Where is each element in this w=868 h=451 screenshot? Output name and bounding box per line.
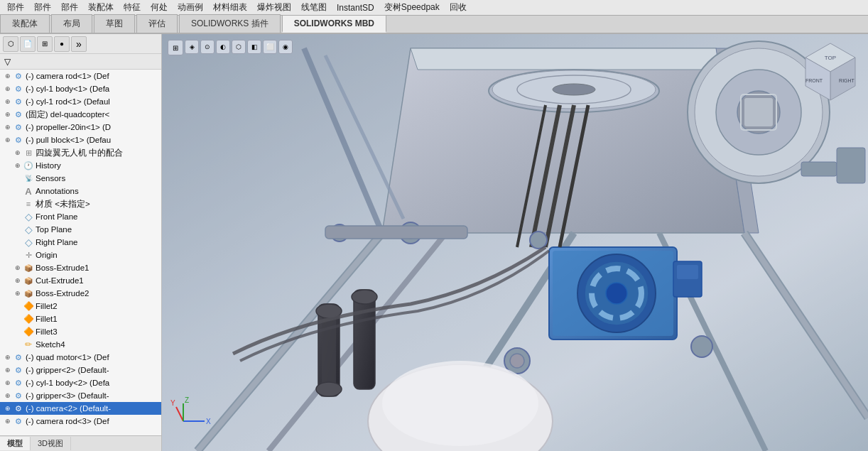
tree-item-cyl1-body2[interactable]: ⊕ ⚙ (-) cyl-1 body<2> (Defa (0, 376, 161, 389)
tool-icon-hex[interactable]: ⬡ (3, 36, 18, 52)
expand-camera2[interactable]: ⊕ (3, 403, 13, 413)
expand-fillet1[interactable] (13, 314, 23, 324)
expand-front-plane[interactable] (13, 212, 23, 222)
expand-origin[interactable] (13, 250, 23, 260)
vp-icon-2[interactable]: ◈ (185, 40, 199, 54)
expand-assembly-mates[interactable]: ⊕ (13, 148, 23, 158)
menu-material[interactable]: 材料细表 (209, 0, 251, 15)
menu-parts3[interactable]: 部件 (57, 0, 82, 15)
label-fillet1: Fillet1 (36, 315, 58, 323)
vp-icon-1[interactable]: ⊞ (168, 40, 183, 55)
tree-item-propeller[interactable]: ⊕ ⚙ (-) propeller-20in<1> (D (0, 121, 161, 134)
vp-icon-6[interactable]: ◧ (247, 40, 261, 54)
tree-item-pull-block[interactable]: ⊕ ⚙ (-) pull block<1> (Defau (0, 134, 161, 146)
expand-right-plane[interactable] (13, 237, 23, 247)
menu-feature[interactable]: 特征 (119, 0, 145, 15)
menu-instantsd[interactable]: InstantSD (332, 1, 379, 14)
tree-item-cyl1-rod[interactable]: ⊕ ⚙ (-) cyl-1 rod<1> (Defaul (0, 95, 161, 108)
tree-item-gripper2[interactable]: ⊕ ⚙ (-) gripper<2> (Default- (0, 364, 161, 376)
expand-material[interactable] (13, 199, 23, 209)
tree-item-camera-rod[interactable]: ⊕ ⚙ (-) camera rod<1> (Def (0, 70, 161, 82)
menu-where[interactable]: 何处 (146, 0, 172, 15)
expand-history[interactable]: ⊕ (13, 161, 23, 170)
menu-speedpak[interactable]: 变树Speedpak (380, 0, 444, 15)
tree-item-material[interactable]: ≡ 材质 <未指定> (0, 197, 161, 210)
tree-item-camera-rod3[interactable]: ⊕ ⚙ (-) camera rod<3> (Def (0, 415, 161, 428)
vp-icon-5[interactable]: ⬡ (232, 40, 246, 54)
tree-item-fillet3[interactable]: 🔶 Fillet3 (0, 325, 161, 338)
expand-fillet3[interactable] (13, 327, 23, 337)
icon-material: ≡ (23, 198, 34, 210)
vp-icon-7[interactable]: ⬜ (263, 40, 277, 54)
expand-fillet2[interactable] (13, 301, 23, 311)
tree-item-origin[interactable]: ✛ Origin (0, 249, 161, 261)
vp-icon-4[interactable]: ◐ (216, 40, 230, 54)
expand-sketch4[interactable] (13, 339, 23, 349)
tree-item-sensors[interactable]: 📡 Sensors (0, 172, 161, 185)
viewport-toolbar: ⊞ ◈ ⊙ ◐ ⬡ ◧ ⬜ ◉ (168, 40, 293, 55)
tree-item-history[interactable]: ⊕ 🕐 History (0, 159, 161, 172)
expand-pull-block[interactable]: ⊕ (3, 135, 13, 145)
tool-icon-clipboard[interactable]: 📄 (20, 36, 36, 52)
tree-item-cyl1-body[interactable]: ⊕ ⚙ (-) cyl-1 body<1> (Defa (0, 82, 161, 95)
tree-item-cut-extrude1[interactable]: ⊕ 📦 Cut-Extrude1 (0, 274, 161, 287)
tree-item-assembly-mates[interactable]: ⊕ ⊞ 四旋翼无人机 中的配合 (0, 146, 161, 159)
expand-top-plane[interactable] (13, 224, 23, 234)
expand-boss-extrude1[interactable]: ⊕ (13, 263, 23, 273)
label-cyl1-body: (-) cyl-1 body<1> (Defa (26, 85, 109, 93)
expand-propeller[interactable]: ⊕ (3, 122, 13, 132)
tree-item-fillet2[interactable]: 🔶 Fillet2 (0, 300, 161, 313)
tree-item-quad-motor[interactable]: ⊕ ⚙ (-) quad motor<1> (Def (0, 351, 161, 364)
tab-sw-mbd[interactable]: SOLIDWORKS MBD (282, 15, 386, 33)
menu-recycle[interactable]: 回收 (445, 0, 471, 15)
menu-animation[interactable]: 动画例 (173, 0, 207, 15)
tab-layout[interactable]: 布局 (51, 14, 92, 33)
expand-annotations[interactable] (13, 186, 23, 196)
tab-evaluate[interactable]: 评估 (136, 14, 178, 33)
expand-quad-motor[interactable]: ⊕ (3, 352, 13, 362)
icon-assembly-mates: ⊞ (23, 147, 34, 158)
expand-boss-extrude2[interactable]: ⊕ (13, 288, 23, 298)
expand-fixed-del[interactable]: ⊕ (3, 109, 13, 119)
icon-cyl1-rod: ⚙ (13, 96, 24, 107)
feature-tree[interactable]: ⊕ ⚙ (-) camera rod<1> (Def ⊕ ⚙ (-) cyl-1… (0, 70, 161, 435)
tree-item-camera2[interactable]: ⊕ ⚙ (-) camera<2> (Default- (0, 402, 161, 415)
tool-icon-more[interactable]: » (71, 36, 87, 52)
tree-item-fixed-del[interactable]: ⊕ ⚙ (固定) del-quadcopter< (0, 108, 161, 121)
expand-gripper3[interactable]: ⊕ (3, 391, 13, 401)
label-camera2: (-) camera<2> (Default- (26, 404, 111, 413)
viewport[interactable]: X Y Z ⊞ ◈ ⊙ ◐ ⬡ ◧ ⬜ ◉ (162, 34, 868, 451)
tool-icon-grid[interactable]: ⊞ (37, 36, 53, 52)
bottom-tab-3d[interactable]: 3D视图 (31, 437, 71, 450)
expand-sensors[interactable] (13, 173, 23, 183)
expand-cut-extrude1[interactable]: ⊕ (13, 276, 23, 286)
tree-item-annotations[interactable]: A Annotations (0, 185, 161, 197)
tree-item-boss-extrude1[interactable]: ⊕ 📦 Boss-Extrude1 (0, 261, 161, 274)
tree-item-fillet1[interactable]: 🔶 Fillet1 (0, 313, 161, 325)
tree-item-gripper3[interactable]: ⊕ ⚙ (-) gripper<3> (Default- (0, 389, 161, 402)
tree-item-sketch4[interactable]: ✏ Sketch4 (0, 338, 161, 351)
tree-item-right-plane[interactable]: ◇ Right Plane (0, 236, 161, 249)
tool-icon-circle[interactable]: ● (54, 36, 70, 52)
expand-camera-rod[interactable]: ⊕ (3, 71, 13, 81)
menu-parts1[interactable]: 部件 (3, 0, 28, 15)
tab-sw-plugins[interactable]: SOLIDWORKS 插件 (179, 14, 281, 33)
vp-icon-8[interactable]: ◉ (278, 40, 293, 54)
menu-line-drawing[interactable]: 线笔图 (297, 0, 331, 15)
menu-explode[interactable]: 爆炸视图 (253, 0, 295, 15)
tab-assembly[interactable]: 装配体 (0, 14, 50, 33)
menu-parts2[interactable]: 部件 (30, 0, 55, 15)
vp-icon-3[interactable]: ⊙ (200, 40, 215, 54)
expand-cyl1-body[interactable]: ⊕ (3, 84, 13, 94)
menu-assembly[interactable]: 装配体 (84, 0, 118, 15)
expand-cyl1-body2[interactable]: ⊕ (3, 378, 13, 388)
tree-item-top-plane[interactable]: ◇ Top Plane (0, 223, 161, 236)
bottom-tab-model[interactable]: 模型 (0, 437, 31, 450)
expand-cyl1-rod[interactable]: ⊕ (3, 97, 13, 107)
tree-item-front-plane[interactable]: ◇ Front Plane (0, 210, 161, 223)
expand-gripper2[interactable]: ⊕ (3, 365, 13, 375)
expand-camera-rod3[interactable]: ⊕ (3, 416, 13, 426)
tab-sketch[interactable]: 草图 (94, 14, 135, 33)
nav-cube[interactable]: TOP RIGHT FRONT (798, 40, 862, 104)
tree-item-boss-extrude2[interactable]: ⊕ 📦 Boss-Extrude2 (0, 287, 161, 300)
